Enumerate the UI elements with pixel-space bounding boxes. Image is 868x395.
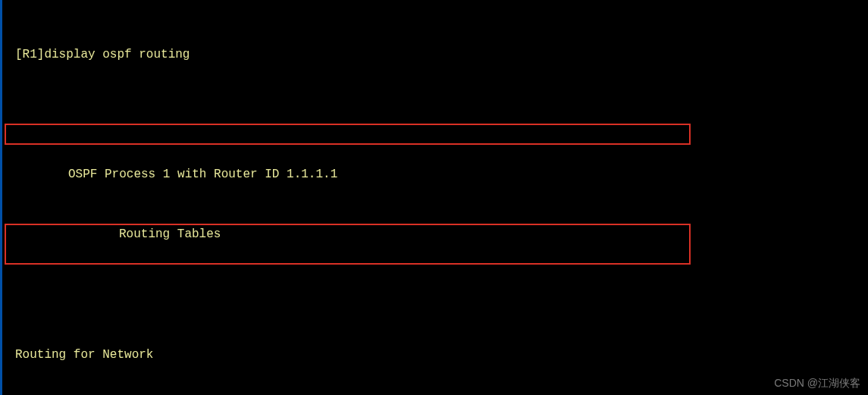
ospf-process-header: OSPF Process 1 with Router ID 1.1.1.1: [2, 165, 866, 184]
terminal-output[interactable]: [R1]display ospf routing OSPF Process 1 …: [0, 0, 868, 395]
routing-tables-header: Routing Tables: [2, 224, 866, 244]
blank-line: [2, 284, 866, 304]
section-title: Routing for Network: [2, 345, 866, 365]
command-line: [R1]display ospf routing: [2, 45, 866, 64]
blank-line: [2, 105, 866, 124]
watermark-text: CSDN @江湖侠客: [774, 377, 860, 390]
